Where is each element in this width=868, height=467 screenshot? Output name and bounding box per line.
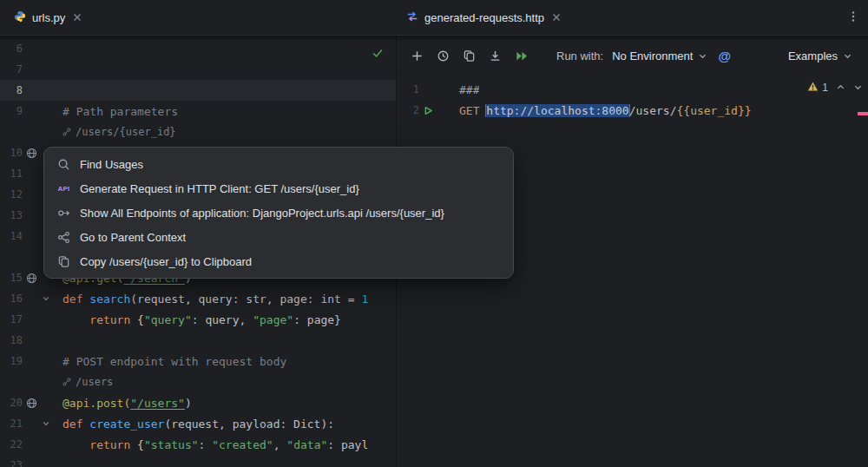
line-number[interactable]: 13 — [0, 209, 23, 221]
ide-window: urls.py generated-requests.http 6789# Pa… — [0, 0, 868, 467]
inspections-ok-icon[interactable] — [372, 47, 384, 62]
code-line[interactable]: 23 — [0, 455, 396, 467]
at-icon[interactable]: @ — [718, 49, 731, 63]
popup-item-label: Generate Request in HTTP Client: GET /us… — [80, 182, 359, 195]
popup-menu-item[interactable]: Go to Parent Context — [44, 225, 513, 249]
code-line[interactable]: 7 — [0, 59, 396, 80]
history-icon[interactable] — [431, 44, 454, 67]
code-line[interactable]: 2GET http://localhost:8000/users/{{user_… — [397, 100, 868, 121]
run-request-icon[interactable] — [419, 106, 437, 115]
code-line[interactable]: 22 return {"status": "created", "data": … — [0, 434, 396, 455]
code-text[interactable]: def create_user(request, payload: Dict): — [52, 418, 334, 431]
http-client-toolbar: Run with: No Environment @ Examples — [397, 36, 868, 76]
code-text[interactable]: # POST endpoint with request body — [52, 355, 286, 368]
line-number[interactable]: 14 — [0, 230, 23, 242]
line-number[interactable]: 22 — [0, 438, 23, 451]
fold-chevron-icon[interactable] — [40, 294, 52, 303]
popup-menu-item[interactable]: Copy /users/{user_id} to Clipboard — [44, 249, 513, 273]
endpoint-globe-icon[interactable] — [23, 148, 40, 159]
environment-value: No Environment — [612, 49, 693, 62]
warning-icon[interactable] — [807, 80, 819, 95]
popup-menu-item[interactable]: Show All Endpoints of application: Djang… — [44, 201, 513, 225]
code-line[interactable]: 1### — [397, 79, 868, 100]
code-text[interactable]: GET http://localhost:8000/users/{{user_i… — [449, 104, 752, 117]
code-line[interactable]: 17 return {"query": query, "page": page} — [0, 309, 396, 330]
code-text[interactable]: @api.post("/users") — [52, 397, 192, 410]
line-number[interactable]: 18 — [0, 334, 23, 346]
line-number[interactable]: 10 — [0, 147, 23, 159]
line-number[interactable]: 12 — [0, 188, 23, 201]
examples-select[interactable]: Examples — [783, 44, 858, 67]
code-token: { — [130, 313, 144, 326]
endpoint-globe-icon[interactable] — [23, 273, 40, 284]
line-number[interactable]: 20 — [0, 397, 23, 409]
popup-item-label: Go to Parent Context — [80, 231, 186, 244]
tab-urls-py[interactable]: urls.py — [5, 0, 90, 35]
line-number[interactable]: 15 — [0, 272, 23, 284]
inlay-hint-row[interactable]: /users — [0, 372, 396, 392]
python-file-icon — [14, 10, 26, 25]
code-line[interactable]: 20@api.post("/users") — [0, 392, 396, 413]
code-text[interactable]: /users/{user_id} — [52, 126, 176, 139]
code-text[interactable]: ### — [449, 83, 479, 96]
line-number[interactable]: 8 — [0, 84, 23, 96]
popup-menu-item[interactable]: Find Usages — [44, 152, 513, 176]
chevron-down-icon — [843, 51, 852, 61]
endpoint-inlay-hint[interactable]: /users/{user_id} — [76, 126, 176, 138]
code-line[interactable]: 16def search(request, query: str, page: … — [0, 288, 396, 309]
code-text[interactable]: # Path parameters — [52, 105, 178, 118]
code-token: @api.post( — [62, 397, 130, 410]
endpoint-inlay-hint[interactable]: /users — [76, 376, 113, 388]
parent-context-icon — [56, 231, 71, 244]
close-tab-icon[interactable] — [552, 13, 561, 22]
line-number[interactable]: 1 — [397, 83, 419, 95]
tab-label: generated-requests.http — [424, 11, 544, 24]
inlay-hint-row[interactable]: /users/{user_id} — [0, 122, 396, 142]
code-line[interactable]: 19# POST endpoint with request body — [0, 351, 396, 372]
run-all-icon[interactable] — [510, 44, 532, 67]
line-number[interactable]: 2 — [397, 104, 419, 116]
environment-select[interactable]: No Environment — [607, 44, 713, 67]
code-token: # Path parameters — [62, 105, 178, 118]
code-text[interactable]: return {"status": "created", "data": pay… — [52, 438, 368, 451]
more-options-icon[interactable] — [847, 10, 859, 26]
line-number[interactable]: 7 — [0, 63, 23, 76]
code-line[interactable]: 6 — [0, 38, 396, 59]
add-request-icon[interactable] — [405, 44, 428, 67]
run-with-label: Run with: — [556, 49, 603, 62]
line-number[interactable]: 23 — [0, 459, 23, 467]
code-token: search — [89, 293, 130, 306]
tab-generated-requests-http[interactable]: generated-requests.http — [398, 0, 569, 35]
api-icon: API — [56, 185, 71, 193]
code-line[interactable]: 9# Path parameters — [0, 101, 396, 122]
line-number[interactable]: 9 — [0, 105, 23, 117]
code-text[interactable]: def search(request, query: str, page: in… — [52, 293, 368, 306]
download-log-icon[interactable] — [483, 44, 506, 67]
prev-problem-icon[interactable] — [836, 80, 845, 95]
code-token — [62, 438, 89, 451]
code-text[interactable]: return {"query": query, "page": page} — [52, 313, 341, 326]
line-number[interactable]: 21 — [0, 418, 23, 430]
code-line[interactable]: 8 — [0, 80, 396, 101]
code-token: GET — [459, 104, 486, 117]
line-number[interactable]: 11 — [0, 168, 23, 180]
examples-label: Examples — [788, 49, 838, 62]
next-problem-icon[interactable] — [853, 80, 863, 95]
line-number[interactable]: 16 — [0, 293, 23, 305]
close-tab-icon[interactable] — [73, 13, 82, 22]
line-number[interactable]: 17 — [0, 313, 23, 326]
code-text[interactable]: /users — [52, 376, 113, 389]
code-line[interactable]: 21def create_user(request, payload: Dict… — [0, 413, 396, 434]
endpoint-globe-icon[interactable] — [23, 398, 40, 409]
caret-stripe-mark — [858, 112, 868, 115]
line-number[interactable]: 19 — [0, 355, 23, 367]
line-number[interactable]: 6 — [0, 43, 23, 55]
inspections-widget[interactable]: 1 — [807, 80, 863, 95]
copy-request-icon[interactable] — [457, 44, 480, 67]
code-token: { — [130, 438, 144, 451]
code-token: 1 — [361, 293, 368, 306]
code-line[interactable]: 18 — [0, 330, 396, 351]
popup-menu-item[interactable]: APIGenerate Request in HTTP Client: GET … — [44, 176, 513, 201]
fold-chevron-icon[interactable] — [40, 419, 52, 428]
popup-item-label: Show All Endpoints of application: Djang… — [80, 207, 444, 220]
